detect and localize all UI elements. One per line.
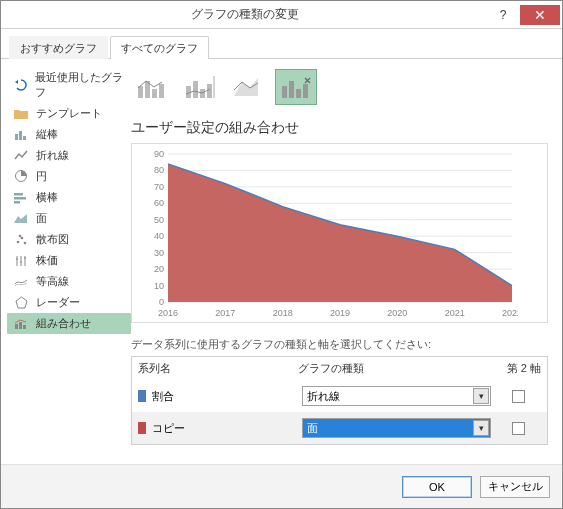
sidebar-item-column[interactable]: 縦棒 [7, 124, 131, 145]
sidebar-item-pie[interactable]: 円 [7, 166, 131, 187]
undo-icon [13, 78, 28, 92]
series-type-select-1[interactable]: 面▾ [302, 418, 491, 438]
sidebar-item-recent[interactable]: 最近使用したグラフ [7, 67, 131, 103]
dialog-body: 最近使用したグラフ テンプレート 縦棒 折れ線 円 横棒 面 散布図 株価 等高… [1, 59, 562, 464]
tab-all[interactable]: すべてのグラフ [110, 36, 209, 59]
svg-text:20: 20 [154, 264, 164, 274]
surface-chart-icon [13, 275, 29, 289]
sidebar-item-stock[interactable]: 株価 [7, 250, 131, 271]
svg-text:10: 10 [154, 281, 164, 291]
chart-preview: 0102030405060708090201620172018201920202… [131, 143, 548, 323]
series-table: 系列名 グラフの種類 第 2 軸 割合 折れ線▾ コピー 面▾ [131, 356, 548, 445]
combo-subtype-4[interactable] [275, 69, 317, 105]
series-axis2-checkbox-0[interactable] [512, 390, 525, 403]
svg-text:2016: 2016 [158, 308, 178, 318]
dialog-footer: OK キャンセル [1, 464, 562, 508]
dialog-window: グラフの種類の変更 ? ✕ おすすめグラフ すべてのグラフ 最近使用したグラフ … [0, 0, 563, 509]
main-panel: ユーザー設定の組み合わせ 010203040506070809020162017… [131, 59, 562, 464]
svg-rect-4 [14, 193, 23, 196]
series-name-0: 割合 [152, 389, 174, 404]
sidebar-item-area[interactable]: 面 [7, 208, 131, 229]
close-button[interactable]: ✕ [520, 5, 560, 25]
line-chart-icon [13, 149, 29, 163]
sidebar-item-combo[interactable]: 組み合わせ [7, 313, 131, 334]
cancel-button[interactable]: キャンセル [480, 476, 550, 498]
stock-chart-icon [13, 254, 29, 268]
combo-subtype-3[interactable] [227, 69, 269, 105]
svg-rect-27 [303, 84, 308, 98]
chevron-down-icon: ▾ [473, 420, 489, 436]
header-name: 系列名 [138, 361, 298, 376]
combo-chart-icon [13, 317, 29, 331]
svg-rect-6 [14, 201, 20, 204]
svg-point-8 [20, 236, 23, 239]
series-header: 系列名 グラフの種類 第 2 軸 [132, 357, 547, 380]
dialog-title: グラフの種類の変更 [1, 6, 488, 23]
svg-text:2020: 2020 [387, 308, 407, 318]
bar-chart-icon [13, 191, 29, 205]
svg-text:70: 70 [154, 182, 164, 192]
series-type-select-0[interactable]: 折れ線▾ [302, 386, 491, 406]
svg-text:50: 50 [154, 215, 164, 225]
svg-point-7 [16, 240, 19, 243]
series-swatch-0 [138, 390, 146, 402]
svg-marker-11 [16, 297, 27, 308]
series-instruction: データ系列に使用するグラフの種類と軸を選択してください: [131, 337, 548, 352]
column-chart-icon [13, 128, 29, 142]
help-button[interactable]: ? [488, 5, 518, 25]
scatter-chart-icon [13, 233, 29, 247]
svg-rect-26 [296, 89, 301, 98]
sidebar-item-scatter[interactable]: 散布図 [7, 229, 131, 250]
folder-icon [13, 107, 29, 121]
series-row-0: 割合 折れ線▾ [132, 380, 547, 412]
sidebar-item-template[interactable]: テンプレート [7, 103, 131, 124]
area-chart-icon [13, 212, 29, 226]
svg-rect-22 [207, 84, 212, 98]
svg-text:40: 40 [154, 231, 164, 241]
chart-canvas: 0102030405060708090201620172018201920202… [138, 150, 518, 320]
svg-point-10 [18, 234, 21, 237]
svg-rect-20 [193, 81, 198, 98]
series-row-1: コピー 面▾ [132, 412, 547, 444]
combo-subtype-1[interactable] [131, 69, 173, 105]
section-title: ユーザー設定の組み合わせ [131, 119, 548, 137]
titlebar: グラフの種類の変更 ? ✕ [1, 1, 562, 29]
series-axis2-checkbox-1[interactable] [512, 422, 525, 435]
sidebar-item-surface[interactable]: 等高線 [7, 271, 131, 292]
svg-rect-14 [23, 325, 26, 329]
svg-rect-2 [23, 136, 26, 140]
sidebar-item-line[interactable]: 折れ線 [7, 145, 131, 166]
svg-rect-5 [14, 197, 26, 200]
sidebar-item-radar[interactable]: レーダー [7, 292, 131, 313]
tab-recommended[interactable]: おすすめグラフ [9, 36, 108, 59]
svg-text:30: 30 [154, 248, 164, 258]
svg-text:80: 80 [154, 165, 164, 175]
svg-text:2017: 2017 [215, 308, 235, 318]
sidebar-item-bar[interactable]: 横棒 [7, 187, 131, 208]
svg-text:60: 60 [154, 198, 164, 208]
svg-text:2019: 2019 [330, 308, 350, 318]
svg-text:2018: 2018 [273, 308, 293, 318]
header-type: グラフの種類 [298, 361, 495, 376]
svg-text:90: 90 [154, 150, 164, 159]
series-swatch-1 [138, 422, 146, 434]
tab-strip: おすすめグラフ すべてのグラフ [1, 29, 562, 59]
svg-rect-25 [289, 81, 294, 98]
ok-button[interactable]: OK [402, 476, 472, 498]
chart-type-sidebar: 最近使用したグラフ テンプレート 縦棒 折れ線 円 横棒 面 散布図 株価 等高… [1, 59, 131, 464]
combo-subtype-2[interactable] [179, 69, 221, 105]
svg-rect-21 [200, 89, 205, 98]
svg-rect-17 [152, 89, 157, 98]
svg-point-9 [23, 241, 26, 244]
svg-text:2022: 2022 [502, 308, 518, 318]
combo-subtype-row [131, 69, 548, 105]
svg-rect-12 [15, 324, 18, 329]
pie-chart-icon [13, 170, 29, 184]
svg-rect-13 [19, 322, 22, 329]
chevron-down-icon: ▾ [473, 388, 489, 404]
svg-rect-18 [159, 84, 164, 98]
header-axis2: 第 2 軸 [495, 361, 541, 376]
svg-text:2021: 2021 [445, 308, 465, 318]
series-name-1: コピー [152, 421, 185, 436]
radar-chart-icon [13, 296, 29, 310]
